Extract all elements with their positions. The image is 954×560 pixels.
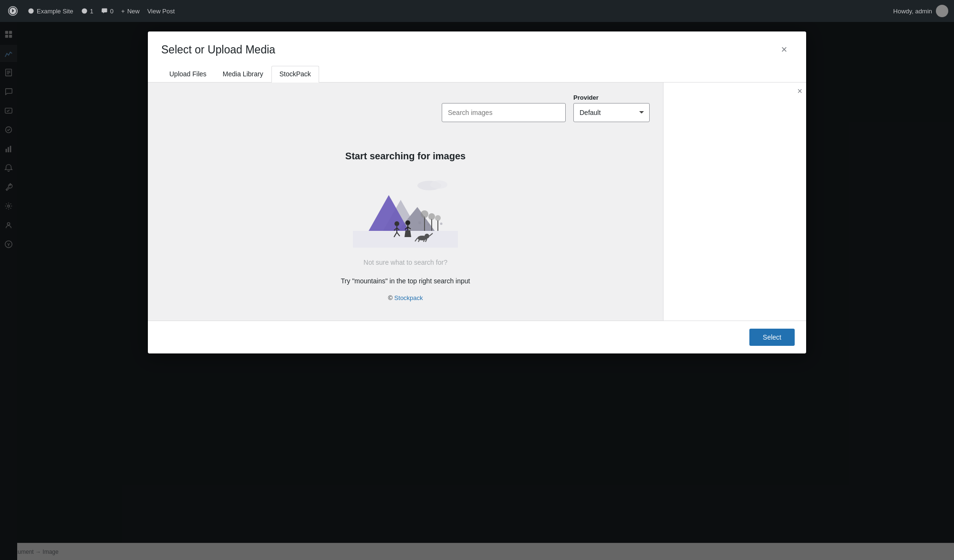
modal-title: Select or Upload Media [161, 43, 275, 56]
svg-point-32 [418, 221, 421, 224]
svg-point-0 [82, 8, 87, 13]
svg-point-31 [435, 215, 441, 221]
admin-bar-site[interactable]: Example Site [28, 8, 73, 15]
search-input[interactable] [442, 103, 566, 122]
svg-marker-43 [404, 230, 411, 237]
close-icon: × [781, 44, 788, 55]
svg-point-21 [430, 180, 447, 189]
empty-state-title: Start searching for images [345, 151, 466, 162]
modal-overlay: Select or Upload Media × Upload Files Me… [0, 22, 954, 560]
search-input-wrapper [442, 103, 566, 122]
admin-bar-view-post[interactable]: View Post [147, 8, 175, 15]
stockpack-area: Provider Default Unsplash Pixabay Start … [148, 83, 663, 321]
admin-bar-comments[interactable]: 0 [101, 8, 114, 15]
search-bar: Provider Default Unsplash Pixabay [148, 83, 663, 132]
wp-logo[interactable] [6, 4, 20, 18]
select-button[interactable]: Select [749, 329, 795, 346]
admin-bar-new[interactable]: + New [121, 8, 140, 15]
tab-stockpack[interactable]: StockPack [271, 66, 319, 83]
modal-sidebar: × [663, 83, 806, 321]
modal-body: Provider Default Unsplash Pixabay Start … [148, 83, 806, 321]
empty-state-hint: Not sure what to search for? [363, 257, 447, 268]
comments-count: 0 [110, 8, 114, 15]
avatar [936, 5, 948, 17]
modal-header: Select or Upload Media × [148, 31, 806, 58]
modal-footer: Select [148, 321, 806, 353]
empty-state-copyright: © Stockpack [388, 294, 423, 301]
tab-upload-files[interactable]: Upload Files [161, 66, 215, 83]
modal-close-button[interactable]: × [776, 41, 793, 58]
svg-point-29 [428, 213, 435, 220]
svg-point-34 [440, 223, 443, 225]
illustration [353, 171, 458, 248]
new-label: New [127, 8, 140, 15]
revisions-count: 1 [90, 8, 93, 15]
provider-label: Provider [573, 94, 650, 101]
svg-point-41 [405, 220, 410, 225]
site-name: Example Site [37, 8, 73, 15]
modal: Select or Upload Media × Upload Files Me… [148, 31, 806, 353]
modal-sidebar-close-icon[interactable]: × [797, 86, 802, 96]
svg-point-35 [394, 221, 399, 226]
modal-tabs: Upload Files Media Library StockPack [148, 58, 806, 83]
admin-bar-revisions[interactable]: 1 [81, 8, 93, 15]
stockpack-link[interactable]: Stockpack [394, 294, 423, 301]
howdy-text: Howdy, admin [893, 8, 932, 15]
provider-wrapper: Provider Default Unsplash Pixabay [573, 94, 650, 122]
svg-point-33 [427, 224, 429, 226]
tab-media-library[interactable]: Media Library [215, 66, 271, 83]
empty-state-subhint: Try "mountains" in the top right search … [341, 277, 470, 285]
empty-state: Start searching for images [148, 132, 663, 321]
admin-bar-howdy: Howdy, admin [893, 5, 948, 17]
admin-bar: Example Site 1 0 + New View Post Howdy, … [0, 0, 954, 22]
svg-point-27 [421, 210, 428, 218]
provider-select[interactable]: Default Unsplash Pixabay [573, 103, 650, 122]
svg-point-47 [425, 234, 429, 239]
view-post-label: View Post [147, 8, 175, 15]
